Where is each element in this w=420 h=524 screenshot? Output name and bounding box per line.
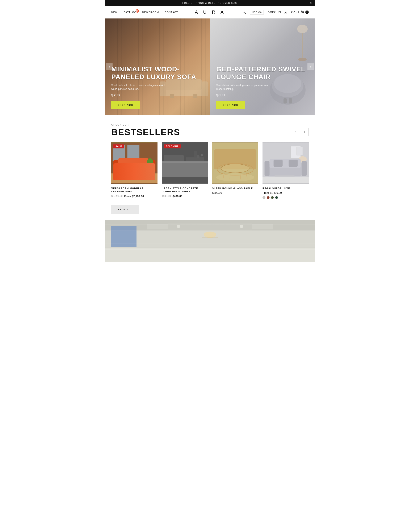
price-sale-concrete: $499.00 — [172, 195, 182, 198]
hero-prev-arrow[interactable]: ‹ — [106, 63, 113, 70]
swatch-rust[interactable] — [267, 196, 270, 199]
svg-rect-36 — [162, 161, 208, 177]
bottom-image-section — [105, 220, 315, 262]
product-price-concrete: $599.00 $499.00 — [162, 195, 208, 198]
product-name-concrete: URBAN STYLE CONCRETE LIVING ROOM TABLE — [162, 187, 208, 193]
section-title-wrap: CHECK OUR BESTSELLERS — [111, 123, 180, 137]
color-swatches-regalsuede — [262, 196, 309, 199]
section-label: CHECK OUR — [111, 123, 180, 126]
hero-desc-right: Swivel chair with sleek geometric patter… — [216, 83, 275, 91]
product-name-regalsuede: REGALSUEDE LUXE — [262, 187, 309, 190]
hero-panel-right: GEO-PATTERNED SWIVEL LOUNGE CHAIR Swivel… — [210, 18, 315, 115]
product-card-versaform[interactable]: SALE — [111, 142, 158, 199]
product-price-regalsuede: From $1,499.00 — [262, 191, 309, 194]
lamp-decoration — [296, 23, 309, 65]
product-image-glass-table — [212, 142, 258, 184]
hero-title-left: MINIMALIST WOOD-PANELED LUXURY SOFA — [111, 65, 204, 81]
sofa-scene-svg — [111, 142, 158, 184]
svg-rect-64 — [105, 220, 315, 262]
currency-selector[interactable]: USD ($) — [250, 10, 264, 15]
nav-item-catalog[interactable]: CATALOG 37 — [123, 11, 136, 13]
svg-point-44 — [221, 164, 249, 173]
catalog-badge: 37 — [136, 9, 139, 13]
product-img-glass-table — [212, 142, 258, 184]
announcement-bar: FREE SHIPPING & RETURNS OVER $500 × — [105, 0, 315, 6]
hero-shop-now-left[interactable]: SHOP NOW — [111, 101, 140, 109]
section-header: CHECK OUR BESTSELLERS ‹ › — [111, 123, 309, 137]
account-button[interactable]: ACCOUNT — [268, 10, 287, 14]
svg-point-3 — [302, 13, 302, 13]
product-img-sofa — [111, 142, 158, 184]
product-price-glass-table: $399.00 — [212, 191, 258, 194]
nav-item-contact[interactable]: CONTACT — [165, 11, 178, 13]
sale-badge-versaform: SALE — [114, 144, 124, 148]
svg-rect-67 — [168, 223, 252, 230]
svg-rect-29 — [126, 173, 128, 175]
product-name-versaform: VERSAFORM MODULAR LEATHER SOFA — [111, 187, 158, 193]
suede-scene-svg — [262, 142, 309, 184]
svg-rect-31 — [149, 163, 151, 171]
svg-rect-61 — [289, 160, 298, 167]
product-card-regalsuede[interactable]: REGALSUEDE LUXE From $1,499.00 — [262, 142, 309, 199]
swatch-dark-green[interactable] — [275, 196, 278, 199]
svg-point-0 — [243, 11, 245, 13]
svg-rect-24 — [115, 163, 151, 172]
hero-shop-now-right[interactable]: SHOP NOW — [216, 101, 245, 109]
shop-all-button[interactable]: SHOP ALL — [111, 205, 139, 214]
swatch-olive[interactable] — [271, 196, 274, 199]
hero-title-right: GEO-PATTERNED SWIVEL LOUNGE CHAIR — [216, 65, 309, 81]
nav-item-new[interactable]: NEW — [111, 11, 118, 13]
svg-point-18 — [298, 58, 306, 61]
svg-rect-20 — [111, 173, 158, 183]
product-card-glass-table[interactable]: SLEEK ROUND GLASS TABLE $399.00 — [212, 142, 258, 199]
product-price-versaform: $2,999.00 From $2,199.00 — [111, 195, 158, 198]
carousel-arrows: ‹ › — [291, 128, 309, 136]
site-logo[interactable]: A U R A — [195, 9, 226, 15]
svg-rect-65 — [105, 220, 315, 230]
main-nav: NEW CATALOG 37 NEWSROOM CONTACT — [111, 11, 178, 13]
hero-next-arrow[interactable]: › — [307, 63, 314, 70]
glass-table-scene-svg — [212, 142, 258, 184]
svg-rect-77 — [201, 237, 219, 237]
sold-out-badge-concrete: SOLD OUT — [164, 144, 181, 148]
hero-price-right: $399 — [216, 93, 309, 97]
product-image-versaform: SALE — [111, 142, 158, 184]
hero-price-left: $798 — [111, 93, 204, 97]
svg-rect-60 — [274, 160, 283, 167]
svg-rect-30 — [139, 173, 140, 175]
product-card-concrete[interactable]: SOLD OUT — [162, 142, 208, 199]
swatch-light-gray[interactable] — [262, 196, 265, 199]
svg-rect-27 — [118, 158, 148, 166]
price-original-concrete: $599.00 — [162, 195, 171, 198]
search-icon — [243, 10, 246, 14]
hero-section: ‹ MINIMALIST WOOD-PANELED LUXURY SOFA Sl… — [105, 18, 315, 115]
carousel-prev-arrow[interactable]: ‹ — [291, 128, 299, 136]
header: NEW CATALOG 37 NEWSROOM CONTACT A U R A … — [105, 6, 315, 18]
price-sale-versaform: From $2,199.00 — [124, 195, 144, 198]
cart-count-badge: 2 — [305, 10, 309, 14]
svg-point-4 — [303, 13, 303, 13]
announcement-text: FREE SHIPPING & RETURNS OVER $500 — [183, 2, 238, 4]
svg-point-2 — [285, 11, 286, 12]
carousel-next-arrow[interactable]: › — [301, 128, 309, 136]
cart-button[interactable]: CART 2 — [291, 10, 309, 14]
product-name-glass-table: SLEEK ROUND GLASS TABLE — [212, 187, 258, 190]
search-button[interactable] — [243, 10, 246, 14]
bestsellers-section: CHECK OUR BESTSELLERS ‹ › SALE — [105, 115, 315, 220]
price-original-versaform: $2,999.00 — [111, 195, 122, 198]
svg-point-16 — [297, 25, 308, 33]
svg-point-39 — [201, 154, 203, 157]
header-actions: USD ($) ACCOUNT CART 2 — [243, 10, 309, 15]
nav-item-newsroom[interactable]: NEWSROOM — [142, 11, 159, 13]
svg-rect-25 — [114, 160, 118, 172]
svg-rect-58 — [302, 161, 307, 176]
product-image-concrete: SOLD OUT — [162, 142, 208, 184]
product-img-concrete — [162, 142, 208, 184]
svg-rect-63 — [262, 177, 309, 183]
svg-rect-52 — [297, 147, 303, 155]
cart-icon — [301, 10, 304, 14]
svg-rect-66 — [147, 224, 273, 229]
svg-rect-40 — [194, 151, 197, 157]
announcement-close-button[interactable]: × — [310, 1, 312, 5]
svg-point-68 — [177, 225, 180, 228]
